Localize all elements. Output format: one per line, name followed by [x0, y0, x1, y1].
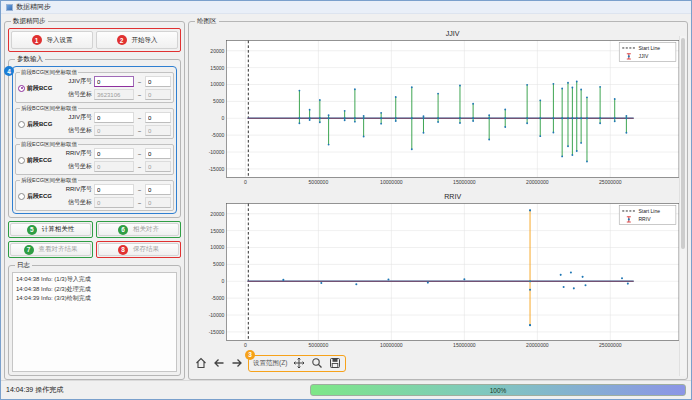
front-bcg-jjiv-from-input[interactable] [94, 76, 134, 87]
svg-text:15000000: 15000000 [453, 342, 476, 348]
svg-text:RRIV: RRIV [638, 216, 651, 222]
front-bcg-section: 前段BCG区间坐标取值 前段BCG JJIV序号 [15, 69, 174, 103]
progress-bar: 100% [310, 384, 686, 396]
jjiv-chart[interactable]: 0500000010000000150000002000000025000000… [192, 28, 684, 191]
parameter-input-title: 参数输入 [15, 55, 45, 64]
step-badge-5: 5 [27, 225, 37, 235]
back-bcg-jjiv-to-input[interactable] [145, 112, 171, 123]
range-tilde: ~ [136, 151, 143, 157]
radio-dot-icon [18, 193, 25, 200]
front-ecg-rriv-to-input[interactable] [145, 148, 171, 159]
calc-correlation-button[interactable]: 5 计算相关性 [10, 223, 91, 236]
range-tilde: ~ [136, 164, 143, 170]
log-line: 14:04:39 Info: (3/3)绘制完成 [16, 294, 173, 304]
radio-front-bcg[interactable]: 前段BCG [18, 84, 60, 93]
zoom-icon[interactable] [310, 357, 323, 370]
back-ecg-rriv-from-input[interactable] [94, 184, 134, 195]
action-buttons: 5 计算相关性 6 相关对齐 7 查看对齐结果 [8, 221, 181, 258]
radio-front-bcg-label: 前段BCG [27, 84, 52, 93]
svg-text:20000000: 20000000 [526, 179, 549, 185]
back-arrow-icon[interactable] [212, 357, 225, 370]
svg-text:5000000: 5000000 [309, 342, 329, 348]
svg-text:5000: 5000 [213, 98, 224, 104]
app-icon [6, 4, 13, 11]
svg-text:15000: 15000 [210, 64, 224, 70]
parameter-annotated-box: 4 前段BCG区间坐标取值 前段BCG [12, 66, 177, 214]
start-import-button[interactable]: 2 开始导入 [96, 31, 178, 49]
svg-text:20000: 20000 [210, 48, 224, 54]
import-buttons-box: 1 导入设置 2 开始导入 [8, 28, 181, 52]
calc-correlation-label: 计算相关性 [42, 225, 75, 234]
back-ecg-coord-from-input [94, 197, 134, 208]
forward-arrow-icon[interactable] [230, 357, 243, 370]
radio-back-bcg-label: 后段BCG [27, 120, 52, 129]
svg-text:5000000: 5000000 [309, 179, 329, 185]
plot-scrollbar[interactable] [679, 36, 686, 376]
svg-text:JJIV: JJIV [446, 29, 460, 38]
svg-text:-10000: -10000 [209, 149, 225, 155]
svg-text:RRIV: RRIV [444, 192, 461, 201]
sync-panel: 数据精同步 1 导入设置 2 开始导入 参数输入 4 [4, 17, 185, 380]
range-tilde: ~ [136, 200, 143, 206]
charts-container: 0500000010000000150000002000000025000000… [192, 28, 684, 354]
save-figure-icon[interactable] [328, 357, 341, 370]
save-result-button[interactable]: 8 保存结果 [98, 243, 179, 256]
rriv-chart[interactable]: 0500000010000000150000002000000025000000… [192, 191, 684, 354]
range-tools-box: 3 设置范围(Z) [248, 355, 346, 372]
radio-dot-icon [18, 121, 25, 128]
back-bcg-coord-to-input [145, 125, 171, 136]
radio-back-bcg[interactable]: 后段BCG [18, 120, 60, 129]
signal-coord-label: 信号坐标 [62, 90, 92, 99]
radio-dot-icon [18, 157, 25, 164]
radio-front-ecg[interactable]: 前段ECG [18, 156, 60, 165]
sync-panel-title: 数据精同步 [11, 17, 48, 26]
svg-text:25000000: 25000000 [599, 179, 622, 185]
correlation-align-button[interactable]: 6 相关对齐 [98, 223, 179, 236]
front-ecg-section: 前段ECG区间坐标取值 前段ECG RRIV序号 [15, 141, 174, 175]
svg-text:5000: 5000 [213, 261, 224, 267]
step-badge-4: 4 [4, 66, 14, 76]
log-group-title: 日志 [15, 261, 32, 270]
plot-area-title: 绘图区 [195, 17, 219, 26]
svg-text:10000: 10000 [210, 244, 224, 250]
start-import-label: 开始导入 [132, 36, 158, 45]
svg-text:-5000: -5000 [211, 132, 224, 138]
front-bcg-coord-from-input [94, 89, 134, 100]
pan-icon[interactable] [292, 357, 305, 370]
front-bcg-jjiv-to-input[interactable] [145, 76, 171, 87]
jjiv-index-label: JJIV序号 [62, 113, 92, 122]
range-tilde: ~ [136, 115, 143, 121]
back-ecg-coord-to-input [145, 197, 171, 208]
back-ecg-rriv-to-input[interactable] [145, 184, 171, 195]
svg-text:-5000: -5000 [211, 295, 224, 301]
step-badge-8: 8 [118, 245, 128, 255]
front-bcg-coord-to-input [145, 89, 171, 100]
svg-text:Start Line: Start Line [638, 208, 660, 214]
status-text: 14:04:39 操作完成 [6, 385, 63, 395]
step-badge-1: 1 [32, 35, 42, 45]
set-range-button[interactable]: 设置范围(Z) [253, 359, 287, 368]
back-bcg-coord-from-input [94, 125, 134, 136]
range-tilde: ~ [136, 128, 143, 134]
step-badge-7: 7 [24, 245, 34, 255]
svg-text:0: 0 [244, 342, 247, 348]
svg-text:15000000: 15000000 [453, 179, 476, 185]
correlation-align-box: 6 相关对齐 [96, 221, 181, 238]
front-ecg-rriv-from-input[interactable] [94, 148, 134, 159]
radio-back-ecg[interactable]: 后段ECG [18, 192, 60, 201]
plot-area-panel: 绘图区 050000001000000015000000200000002500… [188, 17, 688, 380]
back-bcg-jjiv-from-input[interactable] [94, 112, 134, 123]
view-result-button[interactable]: 7 查看对齐结果 [10, 243, 91, 256]
rriv-index-label: RRIV序号 [62, 185, 92, 194]
step-badge-3: 3 [245, 350, 255, 360]
back-ecg-section-title: 后段ECG区间坐标取值 [20, 177, 78, 184]
home-icon[interactable] [194, 357, 207, 370]
signal-coord-label: 信号坐标 [62, 162, 92, 171]
scrollbar-thumb[interactable] [681, 38, 685, 249]
save-result-box: 8 保存结果 [96, 241, 181, 258]
svg-text:25000000: 25000000 [599, 342, 622, 348]
import-settings-button[interactable]: 1 导入设置 [11, 31, 93, 49]
radio-front-ecg-label: 前段ECG [27, 156, 52, 165]
svg-text:0: 0 [244, 179, 247, 185]
svg-text:10000000: 10000000 [380, 179, 403, 185]
